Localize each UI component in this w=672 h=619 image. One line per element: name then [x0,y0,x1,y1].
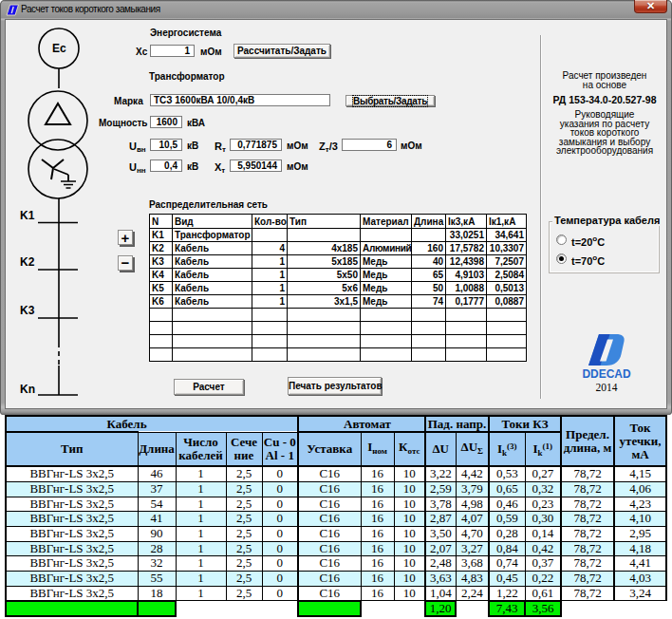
svg-text:K2: K2 [20,255,35,269]
svg-text:K3: K3 [20,304,35,317]
svg-text:Ec: Ec [52,42,66,55]
svg-text:K1: K1 [20,209,35,222]
svg-text:Kn: Kn [20,383,35,396]
